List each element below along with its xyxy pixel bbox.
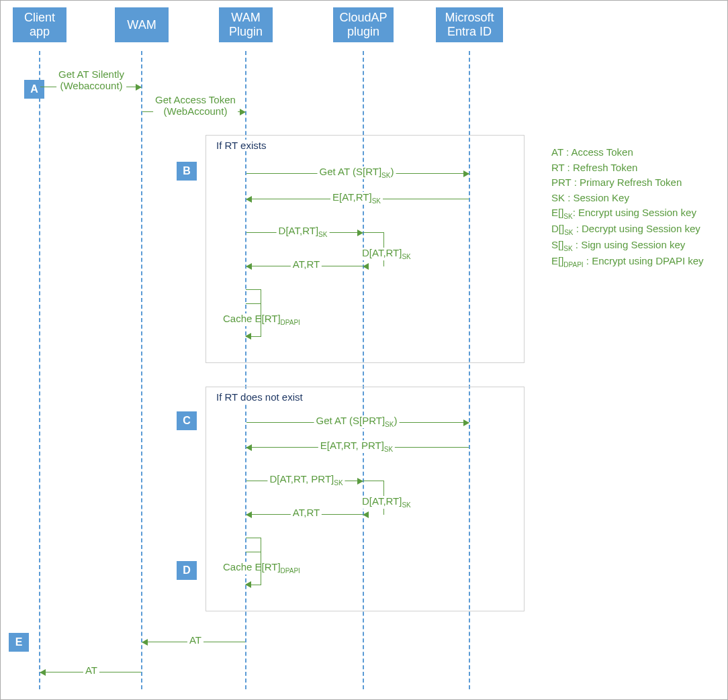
msg-c-decrypt2: D[AT,RT]SK: [360, 496, 413, 509]
participant-client: Client app: [13, 7, 66, 42]
hook-c-cache-back: [246, 551, 261, 585]
msg-return-at-2: AT: [83, 665, 99, 677]
hook-b-cache-down: [246, 289, 261, 304]
fragment-rt-exists-label: If RT exists: [214, 140, 268, 151]
fragment-rt-not-exists-label: If RT does not exist: [214, 391, 305, 403]
msg-get-access-token: Get Access Token(WebAccount): [153, 95, 238, 117]
msg-get-at-silently: Get AT Silently(Webaccount): [56, 69, 126, 91]
legend-item: E[]SK: Encrypt using Session key: [551, 205, 719, 221]
participant-entra: Microsoft Entra ID: [436, 7, 503, 42]
legend-item: S[]SK : Sign using Session key: [551, 238, 719, 254]
legend: AT : Access Token RT : Refresh Token PRT…: [551, 145, 719, 270]
hook-c-cache-down: [246, 538, 261, 552]
msg-b-get-at: Get AT (S[RT]SK): [318, 166, 396, 179]
step-E: E: [9, 633, 29, 652]
participant-wam-plugin: WAM Plugin: [219, 7, 273, 42]
msg-c-decrypt: D[AT,RT, PRT]SK: [267, 474, 345, 487]
legend-item: RT : Refresh Token: [551, 160, 719, 176]
participant-cloudap: CloudAP plugin: [333, 7, 394, 42]
step-A: A: [24, 80, 44, 99]
step-D: D: [177, 561, 197, 580]
msg-return-at-1: AT: [187, 635, 203, 646]
msg-b-decrypt: D[AT,RT]SK: [277, 226, 330, 238]
step-B: B: [177, 162, 197, 181]
hook-b-cache-back: [246, 303, 261, 337]
msg-c-reply: E[AT,RT, PRT]SK: [318, 440, 395, 453]
legend-item: E[]DPAPI : Encrypt using DPAPI key: [551, 254, 719, 270]
msg-b-cache: Cache E[RT]DPAPI: [221, 313, 302, 326]
msg-c-at-rt: AT,RT: [291, 507, 322, 519]
legend-item: AT : Access Token: [551, 145, 719, 160]
step-C: C: [177, 411, 197, 430]
msg-b-reply: E[AT,RT]SK: [330, 192, 383, 205]
msg-b-decrypt2: D[AT,RT]SK: [360, 248, 413, 260]
msg-c-cache: Cache E[RT]DPAPI: [221, 562, 302, 574]
lifeline-wam: [141, 51, 142, 689]
legend-item: SK : Session Key: [551, 191, 719, 206]
sequence-diagram: Client app WAM WAM Plugin CloudAP plugin…: [0, 0, 728, 700]
legend-item: PRT : Primary Refresh Token: [551, 175, 719, 191]
msg-b-at-rt: AT,RT: [291, 259, 322, 270]
legend-item: D[]SK : Decrypt using Session key: [551, 221, 719, 238]
lifeline-client: [39, 51, 40, 689]
msg-c-get-at: Get AT (S[PRT]SK): [314, 415, 400, 428]
participant-wam: WAM: [115, 7, 169, 42]
